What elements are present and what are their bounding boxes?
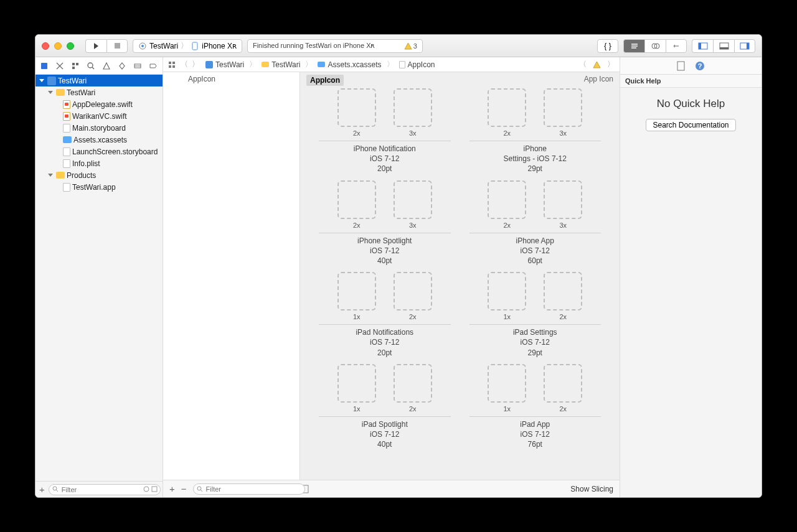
version-editor-button[interactable] [666, 39, 687, 53]
warning-icon[interactable] [593, 61, 601, 68]
source-control-navigator-tab[interactable] [55, 61, 65, 71]
scheme-device-label: iPhone Xʀ [202, 42, 237, 50]
tree-label: Main.storyboard [72, 124, 126, 133]
asset-icon [399, 61, 405, 68]
back-button[interactable]: 〈 [178, 59, 191, 70]
tree-file-row[interactable]: LaunchScreen.storyboard [35, 146, 163, 157]
asset-outline: AppIcon [163, 72, 300, 480]
find-navigator-tab[interactable] [86, 61, 96, 71]
inspector-tabs: ? [620, 57, 762, 75]
group-size: 20pt [319, 164, 451, 174]
scale-label: 1x [488, 313, 526, 320]
group-title: iPhone App [469, 236, 601, 246]
panel-toggle-group [692, 39, 755, 53]
icon-well[interactable] [337, 272, 376, 310]
icon-well[interactable] [488, 364, 526, 403]
breadcrumb[interactable]: TestWari 〉 TestWari 〉 Assets.xcassets 〉 … [205, 59, 573, 70]
issue-navigator-tab[interactable] [101, 61, 111, 71]
group-os: Settings - iOS 7-12 [469, 154, 601, 164]
warning-count: 3 [413, 42, 417, 50]
storyboard-file-icon [63, 124, 70, 133]
symbol-navigator-tab[interactable] [70, 61, 80, 71]
icon-well[interactable] [544, 272, 582, 310]
tree-project-row[interactable]: TestWari [35, 75, 163, 86]
assets-folder-icon [63, 136, 72, 143]
inspector-body: No Quick Help Search Documentation [620, 88, 762, 497]
project-navigator-tab[interactable] [39, 61, 49, 71]
editor-mode-group [623, 39, 687, 53]
panel-bottom-icon [719, 42, 729, 50]
tree-file-row[interactable]: Assets.xcassets [35, 134, 163, 146]
tree-group-row[interactable]: TestWari [35, 86, 163, 98]
svg-marker-3 [405, 43, 412, 49]
icon-well[interactable] [488, 88, 526, 127]
code-snippets-button[interactable]: { } [597, 39, 618, 53]
test-navigator-tab[interactable] [117, 61, 127, 71]
stop-button[interactable] [106, 39, 128, 53]
file-inspector-tab[interactable] [677, 61, 685, 71]
outline-item-appicon[interactable]: AppIcon [163, 72, 299, 86]
icon-well[interactable] [394, 180, 432, 219]
icon-well[interactable] [488, 180, 526, 219]
run-button[interactable] [85, 39, 106, 53]
icon-grid: 2x3xiPhone NotificationiOS 7-1220pt2x3xi… [319, 88, 601, 449]
close-window-button[interactable] [42, 42, 49, 50]
add-asset-button[interactable]: + [169, 483, 175, 494]
asset-filter-input[interactable] [193, 483, 305, 495]
icon-well[interactable] [544, 88, 582, 127]
svg-rect-10 [699, 43, 701, 49]
icon-well[interactable] [488, 272, 526, 310]
zoom-window-button[interactable] [67, 42, 74, 50]
clock-icon[interactable] [143, 486, 149, 492]
quick-help-tab[interactable]: ? [695, 61, 705, 71]
tree-products-row[interactable]: Products [35, 169, 163, 181]
forward-button[interactable]: 〉 [192, 59, 199, 70]
toggle-navigator-button[interactable] [692, 39, 713, 53]
group-title: iPhone [469, 144, 601, 154]
toggle-inspector-button[interactable] [734, 39, 755, 53]
icon-well[interactable] [337, 88, 376, 127]
show-slicing-button[interactable]: Show Slicing [570, 485, 613, 493]
asset-scroll[interactable]: 2x3xiPhone NotificationiOS 7-1220pt2x3xi… [300, 88, 620, 480]
related-items-button[interactable] [168, 61, 177, 68]
tree-file-row[interactable]: Main.storyboard [35, 122, 163, 134]
group-size: 29pt [469, 164, 601, 174]
standard-editor-button[interactable] [623, 39, 644, 53]
svg-line-35 [200, 490, 202, 492]
breakpoint-navigator-tab[interactable] [148, 61, 158, 71]
svg-point-27 [144, 487, 149, 492]
warning-badge[interactable]: 3 [404, 42, 417, 50]
tree-file-row[interactable]: WarikanVC.swift [35, 110, 163, 122]
minimize-window-button[interactable] [54, 42, 62, 50]
icon-well[interactable] [394, 364, 432, 403]
icon-well[interactable] [394, 272, 432, 310]
svg-marker-21 [103, 63, 110, 69]
scale-label: 2x [488, 129, 526, 137]
toggle-debug-button[interactable] [713, 39, 734, 53]
braces-icon: { } [604, 42, 611, 50]
scheme-selector[interactable]: TestWari 〉 iPhone Xʀ [133, 39, 242, 53]
assistant-editor-button[interactable] [644, 39, 666, 53]
icon-well[interactable] [394, 88, 432, 127]
icon-well[interactable] [337, 180, 376, 219]
icon-well[interactable] [337, 364, 376, 403]
tree-file-row[interactable]: AppDelegate.swift [35, 98, 163, 110]
svg-rect-38 [677, 62, 684, 70]
search-documentation-button[interactable]: Search Documentation [646, 119, 735, 131]
prev-issue-button[interactable]: 〈 [579, 59, 587, 70]
remove-asset-button[interactable]: − [181, 483, 187, 494]
add-button[interactable]: + [39, 484, 45, 495]
group-size: 40pt [319, 256, 451, 266]
asset-title: AppIcon [306, 75, 344, 86]
debug-navigator-tab[interactable] [133, 61, 143, 71]
arrows-icon [672, 42, 681, 50]
icon-well[interactable] [544, 364, 582, 403]
scm-icon[interactable] [151, 486, 158, 492]
scale-label: 3x [394, 222, 432, 229]
tree-app-row[interactable]: TestWari.app [35, 181, 163, 193]
activity-status[interactable]: Finished running TestWari on iPhone Xʀ 3 [247, 39, 423, 53]
icon-well[interactable] [544, 180, 582, 219]
next-issue-button[interactable]: 〉 [607, 59, 615, 70]
svg-rect-29 [169, 62, 171, 64]
tree-file-row[interactable]: Info.plist [35, 157, 163, 169]
